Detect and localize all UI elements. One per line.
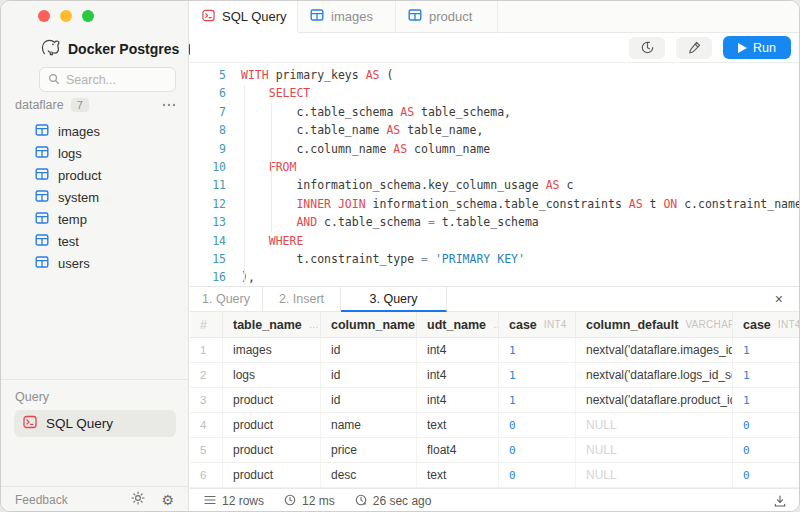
run-button[interactable]: Run [723,36,791,59]
table-cell: 1 [499,388,576,412]
column-header-case[interactable]: caseINT4 [733,312,800,337]
table-cell: 1 [499,338,576,362]
table-cell: 1 [733,388,800,412]
table-cell: desc [321,463,417,487]
table-row[interactable]: 6productdesctext0NULL0 [190,463,800,488]
column-header-table_name[interactable]: table_name… [223,312,321,337]
search-icon [48,71,60,89]
result-tab-3[interactable]: 3. Query [341,287,447,312]
column-header-column_default[interactable]: column_defaultVARCHAR [576,312,733,337]
line-number: 9 [190,140,226,158]
table-cell: 1 [733,338,800,362]
tab-sql-query[interactable]: SQL Query× [190,1,298,33]
sidebar-item-logs[interactable]: logs [9,142,180,164]
sidebar-item-label: test [58,234,79,249]
sidebar-divider [1,379,188,380]
table-row[interactable]: 5productpricefloat40NULL0 [190,438,800,463]
sql-terminal-icon [202,9,215,25]
connection-name: Docker Postgres [68,41,179,57]
table-row[interactable]: 1imagesidint41nextval('dataflare.images_… [190,338,800,363]
table-cell: 0 [733,413,800,437]
column-type: INT4 [778,319,800,330]
result-tab-bar: 1. Query2. Insert3. Query× [190,286,800,312]
history-button[interactable] [629,37,665,59]
column-header-index[interactable]: # [190,312,223,337]
code-text: INNER JOIN information_schema.table_cons… [241,197,800,211]
table-cell: product [223,438,321,462]
tab-product[interactable]: product [396,1,498,33]
result-tab-1[interactable]: 1. Query [190,287,263,312]
settings-gear-icon[interactable]: ⚙ [161,493,174,507]
result-tab-2[interactable]: 2. Insert [263,287,341,312]
column-type: VARCHAR [685,319,733,330]
column-name: case [743,318,771,332]
search-input[interactable]: Search... [39,67,176,92]
zoom-window-button[interactable] [82,10,94,22]
column-header-udt_name[interactable]: udt_name… [417,312,499,337]
sidebar-item-images[interactable]: images [9,120,180,142]
more-icon[interactable] [162,103,176,107]
column-name: # [200,318,207,332]
main-area: SQL Query×imagesproduct Run 5WITH primar… [190,1,800,512]
line-number: 14 [190,232,226,250]
schema-name: dataflare [15,98,64,112]
table-cell: 1 [499,363,576,387]
code-line: 12 INNER JOIN information_schema.table_c… [190,195,800,213]
table-cell: 4 [190,413,223,437]
close-window-button[interactable] [38,10,50,22]
code-text: c.column_name AS column_name [241,142,490,156]
sidebar-item-temp[interactable]: temp [9,208,180,230]
query-section-label: Query [15,390,49,404]
column-type: … [309,319,319,330]
sidebar-item-label: images [58,124,100,139]
table-cell: 0 [733,463,800,487]
theme-toggle-icon[interactable] [131,491,145,509]
tables-list: imageslogsproductsystemtemptestusers [9,120,180,274]
table-cell: product [223,463,321,487]
column-header-column_name[interactable]: column_name… [321,312,417,337]
row-count-status: 12 rows [204,494,264,508]
result-tab-filler: × [447,287,800,312]
sidebar-item-users[interactable]: users [9,252,180,274]
sidebar-item-product[interactable]: product [9,164,180,186]
app-window: Docker Postgres Search... dataflare 7 im… [0,0,800,512]
table-cell: price [321,438,417,462]
table-cell: int4 [417,388,499,412]
table-row[interactable]: 3productidint41nextval('dataflare.produc… [190,388,800,413]
tab-label: SQL Query [222,9,287,24]
code-line: 8 c.table_name AS table_name, [190,121,800,139]
editor-toolbar: Run [190,33,800,63]
table-row[interactable]: 4productnametext0NULL0 [190,413,800,438]
table-cell: logs [223,363,321,387]
table-row[interactable]: 2logsidint41nextval('dataflare.logs_id_s… [190,363,800,388]
download-icon[interactable] [773,494,787,508]
table-cell: text [417,463,499,487]
table-icon [35,189,49,206]
tab-bar-filler [498,1,800,33]
minimize-window-button[interactable] [60,10,72,22]
feedback-link[interactable]: Feedback [15,493,68,507]
sidebar-item-label: users [58,256,90,271]
table-cell: 0 [733,438,800,462]
sidebar-item-label: system [58,190,99,205]
query-time-status: 12 ms [284,494,335,509]
format-button[interactable] [676,37,712,59]
table-cell: 0 [499,438,576,462]
code-line: 15 t.constraint_type = 'PRIMARY KEY' [190,250,800,268]
sidebar-item-test[interactable]: test [9,230,180,252]
window-controls [38,10,94,22]
status-bar: 12 rows 12 ms 26 sec ago [190,488,800,512]
table-cell: id [321,388,417,412]
close-results-icon[interactable]: × [775,292,783,306]
sidebar-item-sql-query[interactable]: SQL Query [14,410,176,437]
last-run-status: 26 sec ago [355,494,432,509]
code-text: information_schema.key_column_usage AS c [241,178,573,192]
tab-images[interactable]: images [298,1,396,33]
code-text: t.constraint_type = 'PRIMARY KEY' [241,252,525,266]
schema-group-row[interactable]: dataflare 7 [15,96,176,114]
sql-editor[interactable]: 5WITH primary_keys AS (6 SELECT7 c.table… [190,64,800,286]
column-header-case[interactable]: caseINT4 [499,312,576,337]
sidebar-item-label: logs [58,146,82,161]
sidebar-item-system[interactable]: system [9,186,180,208]
code-line: 6 SELECT [190,84,800,102]
